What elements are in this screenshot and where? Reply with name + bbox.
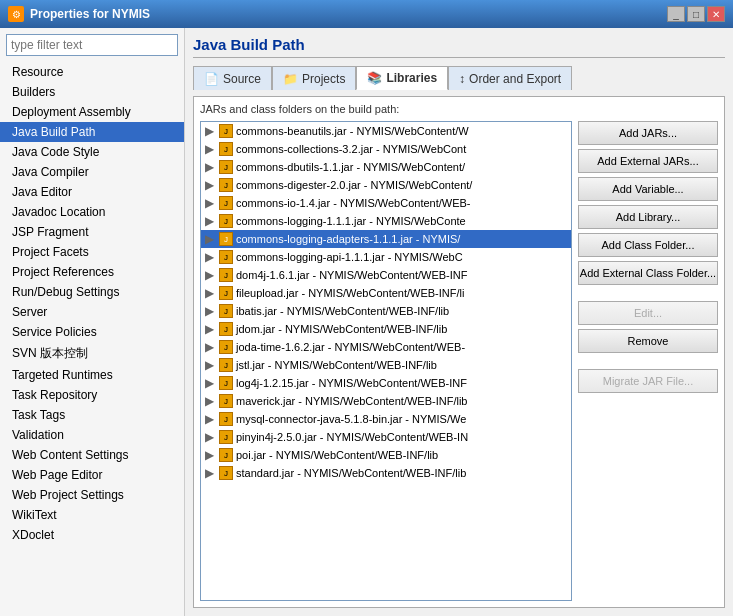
sidebar-item-web-content-settings[interactable]: Web Content Settings xyxy=(0,445,184,465)
jar-list-item[interactable]: ▶Jmaverick.jar - NYMIS/WebContent/WEB-IN… xyxy=(201,392,571,410)
sidebar-item-task-repository[interactable]: Task Repository xyxy=(0,385,184,405)
jar-icon: J xyxy=(219,304,233,318)
sidebar-item-project-references[interactable]: Project References xyxy=(0,262,184,282)
sidebar-item-project-facets[interactable]: Project Facets xyxy=(0,242,184,262)
order-export-tab-icon: ↕ xyxy=(459,72,465,86)
jar-icon: J xyxy=(219,250,233,264)
nav-list: ResourceBuildersDeployment AssemblyJava … xyxy=(0,62,184,616)
libraries-tab-icon: 📚 xyxy=(367,71,382,85)
jar-list-item[interactable]: ▶Jpinyin4j-2.5.0.jar - NYMIS/WebContent/… xyxy=(201,428,571,446)
jar-list[interactable]: ▶Jcommons-beanutils.jar - NYMIS/WebConte… xyxy=(200,121,572,601)
jar-list-item[interactable]: ▶Jcommons-dbutils-1.1.jar - NYMIS/WebCon… xyxy=(201,158,571,176)
order-export-tab-label: Order and Export xyxy=(469,72,561,86)
close-button[interactable]: ✕ xyxy=(707,6,725,22)
expand-icon: ▶ xyxy=(205,412,219,426)
tab-order-export[interactable]: ↕Order and Export xyxy=(448,66,572,90)
sidebar-item-server[interactable]: Server xyxy=(0,302,184,322)
sidebar-item-targeted-runtimes[interactable]: Targeted Runtimes xyxy=(0,365,184,385)
expand-icon: ▶ xyxy=(205,250,219,264)
jar-list-item[interactable]: ▶Jjstl.jar - NYMIS/WebContent/WEB-INF/li… xyxy=(201,356,571,374)
jar-text: standard.jar - NYMIS/WebContent/WEB-INF/… xyxy=(236,467,466,479)
sidebar-item-java-editor[interactable]: Java Editor xyxy=(0,182,184,202)
jar-list-item[interactable]: ▶Jjoda-time-1.6.2.jar - NYMIS/WebContent… xyxy=(201,338,571,356)
sidebar-item-builders[interactable]: Builders xyxy=(0,82,184,102)
jar-text: maverick.jar - NYMIS/WebContent/WEB-INF/… xyxy=(236,395,467,407)
tab-source[interactable]: 📄Source xyxy=(193,66,272,90)
tabs-bar: 📄Source📁Projects📚Libraries↕Order and Exp… xyxy=(193,66,725,90)
jar-list-item[interactable]: ▶Jlog4j-1.2.15.jar - NYMIS/WebContent/WE… xyxy=(201,374,571,392)
jar-icon: J xyxy=(219,124,233,138)
expand-icon: ▶ xyxy=(205,178,219,192)
sidebar-item-java-build-path[interactable]: Java Build Path xyxy=(0,122,184,142)
jar-list-item[interactable]: ▶Jpoi.jar - NYMIS/WebContent/WEB-INF/lib xyxy=(201,446,571,464)
maximize-button[interactable]: □ xyxy=(687,6,705,22)
expand-icon: ▶ xyxy=(205,304,219,318)
sidebar-item-java-code-style[interactable]: Java Code Style xyxy=(0,142,184,162)
migrate-jar-file-button[interactable]: Migrate JAR File... xyxy=(578,369,718,393)
sidebar-item-web-project-settings[interactable]: Web Project Settings xyxy=(0,485,184,505)
expand-icon: ▶ xyxy=(205,142,219,156)
sidebar-item-jsp-fragment[interactable]: JSP Fragment xyxy=(0,222,184,242)
tab-libraries[interactable]: 📚Libraries xyxy=(356,66,448,90)
sidebar-item-service-policies[interactable]: Service Policies xyxy=(0,322,184,342)
jar-text: pinyin4j-2.5.0.jar - NYMIS/WebContent/WE… xyxy=(236,431,468,443)
jar-list-item[interactable]: ▶Jibatis.jar - NYMIS/WebContent/WEB-INF/… xyxy=(201,302,571,320)
jar-list-item[interactable]: ▶Jcommons-digester-2.0.jar - NYMIS/WebCo… xyxy=(201,176,571,194)
add-jars-button[interactable]: Add JARs... xyxy=(578,121,718,145)
add-external-jars-button[interactable]: Add External JARs... xyxy=(578,149,718,173)
add-external-class-folder-button[interactable]: Add External Class Folder... xyxy=(578,261,718,285)
tab-projects[interactable]: 📁Projects xyxy=(272,66,356,90)
jar-icon: J xyxy=(219,358,233,372)
jar-text: commons-dbutils-1.1.jar - NYMIS/WebConte… xyxy=(236,161,465,173)
minimize-button[interactable]: _ xyxy=(667,6,685,22)
jar-list-item[interactable]: ▶Jcommons-logging-adapters-1.1.1.jar - N… xyxy=(201,230,571,248)
jar-icon: J xyxy=(219,412,233,426)
jar-list-item[interactable]: ▶Jcommons-collections-3.2.jar - NYMIS/We… xyxy=(201,140,571,158)
jar-icon: J xyxy=(219,448,233,462)
edit-button[interactable]: Edit... xyxy=(578,301,718,325)
sidebar-item-task-tags[interactable]: Task Tags xyxy=(0,405,184,425)
action-buttons: Add JARs...Add External JARs...Add Varia… xyxy=(578,121,718,601)
jar-list-item[interactable]: ▶Jcommons-io-1.4.jar - NYMIS/WebContent/… xyxy=(201,194,571,212)
sidebar-item-resource[interactable]: Resource xyxy=(0,62,184,82)
jar-text: commons-digester-2.0.jar - NYMIS/WebCont… xyxy=(236,179,472,191)
jar-text: ibatis.jar - NYMIS/WebContent/WEB-INF/li… xyxy=(236,305,449,317)
sidebar-item-java-compiler[interactable]: Java Compiler xyxy=(0,162,184,182)
sidebar-item-xdoclet[interactable]: XDoclet xyxy=(0,525,184,545)
jar-icon: J xyxy=(219,196,233,210)
jar-text: commons-logging-adapters-1.1.1.jar - NYM… xyxy=(236,233,460,245)
jar-icon: J xyxy=(219,340,233,354)
title-bar-icon: ⚙ xyxy=(8,6,24,22)
sidebar-item-validation[interactable]: Validation xyxy=(0,425,184,445)
jar-text: commons-collections-3.2.jar - NYMIS/WebC… xyxy=(236,143,466,155)
sidebar-item-web-page-editor[interactable]: Web Page Editor xyxy=(0,465,184,485)
add-class-folder-button[interactable]: Add Class Folder... xyxy=(578,233,718,257)
add-library-button[interactable]: Add Library... xyxy=(578,205,718,229)
projects-tab-label: Projects xyxy=(302,72,345,86)
expand-icon: ▶ xyxy=(205,358,219,372)
jar-list-item[interactable]: ▶Jjdom.jar - NYMIS/WebContent/WEB-INF/li… xyxy=(201,320,571,338)
filter-input[interactable] xyxy=(6,34,178,56)
jar-list-item[interactable]: ▶Jstandard.jar - NYMIS/WebContent/WEB-IN… xyxy=(201,464,571,482)
expand-icon: ▶ xyxy=(205,448,219,462)
sidebar-item-deployment-assembly[interactable]: Deployment Assembly xyxy=(0,102,184,122)
expand-icon: ▶ xyxy=(205,376,219,390)
sidebar-item-javadoc-location[interactable]: Javadoc Location xyxy=(0,202,184,222)
jar-list-item[interactable]: ▶Jfileupload.jar - NYMIS/WebContent/WEB-… xyxy=(201,284,571,302)
expand-icon: ▶ xyxy=(205,286,219,300)
jar-icon: J xyxy=(219,322,233,336)
sidebar-item-svn[interactable]: SVN 版本控制 xyxy=(0,342,184,365)
expand-icon: ▶ xyxy=(205,430,219,444)
jar-list-item[interactable]: ▶Jdom4j-1.6.1.jar - NYMIS/WebContent/WEB… xyxy=(201,266,571,284)
expand-icon: ▶ xyxy=(205,394,219,408)
jar-list-item[interactable]: ▶Jcommons-logging-api-1.1.1.jar - NYMIS/… xyxy=(201,248,571,266)
sidebar-item-wikitext[interactable]: WikiText xyxy=(0,505,184,525)
jar-list-item[interactable]: ▶Jcommons-logging-1.1.1.jar - NYMIS/WebC… xyxy=(201,212,571,230)
jar-icon: J xyxy=(219,178,233,192)
jar-text: fileupload.jar - NYMIS/WebContent/WEB-IN… xyxy=(236,287,464,299)
jar-list-item[interactable]: ▶Jcommons-beanutils.jar - NYMIS/WebConte… xyxy=(201,122,571,140)
jar-list-item[interactable]: ▶Jmysql-connector-java-5.1.8-bin.jar - N… xyxy=(201,410,571,428)
sidebar-item-run-debug-settings[interactable]: Run/Debug Settings xyxy=(0,282,184,302)
add-variable-button[interactable]: Add Variable... xyxy=(578,177,718,201)
remove-button[interactable]: Remove xyxy=(578,329,718,353)
